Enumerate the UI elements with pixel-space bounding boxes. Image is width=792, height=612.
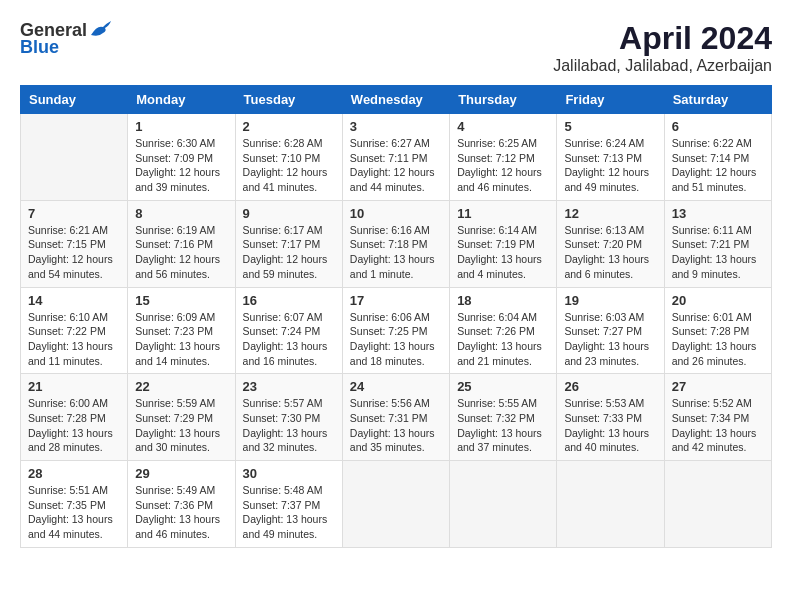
logo: General Blue: [20, 20, 111, 58]
day-number: 11: [457, 206, 549, 221]
day-info: Sunrise: 6:14 AM Sunset: 7:19 PM Dayligh…: [457, 223, 549, 282]
calendar-cell: 20Sunrise: 6:01 AM Sunset: 7:28 PM Dayli…: [664, 287, 771, 374]
day-info: Sunrise: 5:52 AM Sunset: 7:34 PM Dayligh…: [672, 396, 764, 455]
location-title: Jalilabad, Jalilabad, Azerbaijan: [553, 57, 772, 75]
day-info: Sunrise: 6:30 AM Sunset: 7:09 PM Dayligh…: [135, 136, 227, 195]
header-monday: Monday: [128, 86, 235, 114]
day-info: Sunrise: 6:04 AM Sunset: 7:26 PM Dayligh…: [457, 310, 549, 369]
day-number: 12: [564, 206, 656, 221]
day-number: 1: [135, 119, 227, 134]
day-number: 21: [28, 379, 120, 394]
day-number: 7: [28, 206, 120, 221]
calendar-header: SundayMondayTuesdayWednesdayThursdayFrid…: [21, 86, 772, 114]
day-number: 2: [243, 119, 335, 134]
week-row-5: 28Sunrise: 5:51 AM Sunset: 7:35 PM Dayli…: [21, 461, 772, 548]
calendar-cell: 2Sunrise: 6:28 AM Sunset: 7:10 PM Daylig…: [235, 114, 342, 201]
day-number: 13: [672, 206, 764, 221]
calendar-cell: 24Sunrise: 5:56 AM Sunset: 7:31 PM Dayli…: [342, 374, 449, 461]
day-number: 14: [28, 293, 120, 308]
calendar-cell: 5Sunrise: 6:24 AM Sunset: 7:13 PM Daylig…: [557, 114, 664, 201]
calendar-cell: [21, 114, 128, 201]
calendar-cell: 16Sunrise: 6:07 AM Sunset: 7:24 PM Dayli…: [235, 287, 342, 374]
day-info: Sunrise: 6:21 AM Sunset: 7:15 PM Dayligh…: [28, 223, 120, 282]
header-saturday: Saturday: [664, 86, 771, 114]
day-number: 9: [243, 206, 335, 221]
day-info: Sunrise: 6:06 AM Sunset: 7:25 PM Dayligh…: [350, 310, 442, 369]
day-info: Sunrise: 5:53 AM Sunset: 7:33 PM Dayligh…: [564, 396, 656, 455]
header-friday: Friday: [557, 86, 664, 114]
day-info: Sunrise: 6:07 AM Sunset: 7:24 PM Dayligh…: [243, 310, 335, 369]
day-info: Sunrise: 6:27 AM Sunset: 7:11 PM Dayligh…: [350, 136, 442, 195]
day-number: 17: [350, 293, 442, 308]
page-header: General Blue April 2024 Jalilabad, Jalil…: [20, 20, 772, 75]
calendar-cell: 8Sunrise: 6:19 AM Sunset: 7:16 PM Daylig…: [128, 200, 235, 287]
day-info: Sunrise: 5:59 AM Sunset: 7:29 PM Dayligh…: [135, 396, 227, 455]
day-info: Sunrise: 6:22 AM Sunset: 7:14 PM Dayligh…: [672, 136, 764, 195]
day-number: 22: [135, 379, 227, 394]
day-info: Sunrise: 6:28 AM Sunset: 7:10 PM Dayligh…: [243, 136, 335, 195]
day-info: Sunrise: 6:25 AM Sunset: 7:12 PM Dayligh…: [457, 136, 549, 195]
day-number: 29: [135, 466, 227, 481]
day-info: Sunrise: 5:57 AM Sunset: 7:30 PM Dayligh…: [243, 396, 335, 455]
header-thursday: Thursday: [450, 86, 557, 114]
day-number: 4: [457, 119, 549, 134]
day-info: Sunrise: 5:49 AM Sunset: 7:36 PM Dayligh…: [135, 483, 227, 542]
calendar-cell: 10Sunrise: 6:16 AM Sunset: 7:18 PM Dayli…: [342, 200, 449, 287]
calendar-cell: 9Sunrise: 6:17 AM Sunset: 7:17 PM Daylig…: [235, 200, 342, 287]
day-number: 5: [564, 119, 656, 134]
calendar-body: 1Sunrise: 6:30 AM Sunset: 7:09 PM Daylig…: [21, 114, 772, 548]
calendar-cell: 28Sunrise: 5:51 AM Sunset: 7:35 PM Dayli…: [21, 461, 128, 548]
week-row-2: 7Sunrise: 6:21 AM Sunset: 7:15 PM Daylig…: [21, 200, 772, 287]
calendar-cell: 4Sunrise: 6:25 AM Sunset: 7:12 PM Daylig…: [450, 114, 557, 201]
day-info: Sunrise: 6:17 AM Sunset: 7:17 PM Dayligh…: [243, 223, 335, 282]
calendar-cell: [342, 461, 449, 548]
day-info: Sunrise: 6:09 AM Sunset: 7:23 PM Dayligh…: [135, 310, 227, 369]
day-number: 18: [457, 293, 549, 308]
day-info: Sunrise: 6:11 AM Sunset: 7:21 PM Dayligh…: [672, 223, 764, 282]
calendar-cell: 15Sunrise: 6:09 AM Sunset: 7:23 PM Dayli…: [128, 287, 235, 374]
day-number: 19: [564, 293, 656, 308]
calendar-cell: 22Sunrise: 5:59 AM Sunset: 7:29 PM Dayli…: [128, 374, 235, 461]
calendar-cell: 6Sunrise: 6:22 AM Sunset: 7:14 PM Daylig…: [664, 114, 771, 201]
day-number: 3: [350, 119, 442, 134]
calendar-cell: 23Sunrise: 5:57 AM Sunset: 7:30 PM Dayli…: [235, 374, 342, 461]
day-number: 20: [672, 293, 764, 308]
calendar-cell: 18Sunrise: 6:04 AM Sunset: 7:26 PM Dayli…: [450, 287, 557, 374]
calendar-cell: 11Sunrise: 6:14 AM Sunset: 7:19 PM Dayli…: [450, 200, 557, 287]
day-info: Sunrise: 6:00 AM Sunset: 7:28 PM Dayligh…: [28, 396, 120, 455]
header-wednesday: Wednesday: [342, 86, 449, 114]
calendar-cell: 17Sunrise: 6:06 AM Sunset: 7:25 PM Dayli…: [342, 287, 449, 374]
day-info: Sunrise: 6:24 AM Sunset: 7:13 PM Dayligh…: [564, 136, 656, 195]
day-number: 16: [243, 293, 335, 308]
day-number: 28: [28, 466, 120, 481]
calendar-cell: 27Sunrise: 5:52 AM Sunset: 7:34 PM Dayli…: [664, 374, 771, 461]
calendar-cell: 21Sunrise: 6:00 AM Sunset: 7:28 PM Dayli…: [21, 374, 128, 461]
calendar-cell: [450, 461, 557, 548]
title-area: April 2024 Jalilabad, Jalilabad, Azerbai…: [553, 20, 772, 75]
week-row-1: 1Sunrise: 6:30 AM Sunset: 7:09 PM Daylig…: [21, 114, 772, 201]
calendar-cell: 7Sunrise: 6:21 AM Sunset: 7:15 PM Daylig…: [21, 200, 128, 287]
day-info: Sunrise: 5:55 AM Sunset: 7:32 PM Dayligh…: [457, 396, 549, 455]
day-info: Sunrise: 5:48 AM Sunset: 7:37 PM Dayligh…: [243, 483, 335, 542]
day-number: 23: [243, 379, 335, 394]
day-number: 6: [672, 119, 764, 134]
day-info: Sunrise: 6:16 AM Sunset: 7:18 PM Dayligh…: [350, 223, 442, 282]
day-number: 24: [350, 379, 442, 394]
day-number: 25: [457, 379, 549, 394]
logo-text-blue: Blue: [20, 37, 59, 58]
calendar-cell: [664, 461, 771, 548]
day-number: 30: [243, 466, 335, 481]
calendar-cell: 29Sunrise: 5:49 AM Sunset: 7:36 PM Dayli…: [128, 461, 235, 548]
calendar-cell: 26Sunrise: 5:53 AM Sunset: 7:33 PM Dayli…: [557, 374, 664, 461]
day-number: 15: [135, 293, 227, 308]
calendar-cell: [557, 461, 664, 548]
calendar-table: SundayMondayTuesdayWednesdayThursdayFrid…: [20, 85, 772, 548]
day-info: Sunrise: 6:01 AM Sunset: 7:28 PM Dayligh…: [672, 310, 764, 369]
day-info: Sunrise: 6:10 AM Sunset: 7:22 PM Dayligh…: [28, 310, 120, 369]
day-number: 27: [672, 379, 764, 394]
header-tuesday: Tuesday: [235, 86, 342, 114]
calendar-cell: 1Sunrise: 6:30 AM Sunset: 7:09 PM Daylig…: [128, 114, 235, 201]
calendar-cell: 13Sunrise: 6:11 AM Sunset: 7:21 PM Dayli…: [664, 200, 771, 287]
calendar-cell: 12Sunrise: 6:13 AM Sunset: 7:20 PM Dayli…: [557, 200, 664, 287]
week-row-4: 21Sunrise: 6:00 AM Sunset: 7:28 PM Dayli…: [21, 374, 772, 461]
